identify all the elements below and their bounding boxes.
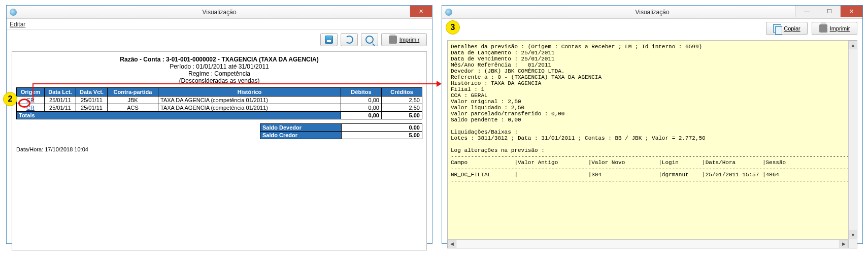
col-historico: Histórico: [158, 88, 341, 97]
maximize-button[interactable]: ☐: [818, 6, 840, 17]
cell-lct: 25/01/11: [45, 97, 76, 104]
saldo-devedor-value: 0,00: [342, 124, 422, 132]
copy-button[interactable]: Copiar: [766, 22, 808, 35]
totals-label: Totais: [17, 112, 341, 119]
ledger-table: Origem Data Lct. Data Vct. Contra-partid…: [16, 87, 422, 119]
cell-hist: TAXA DA AGENCIA (competência 01/2011): [158, 97, 341, 104]
refresh-button[interactable]: [341, 33, 358, 46]
table-row[interactable]: CR 25/01/11 25/01/11 ACS TAXA DA AGENCIA…: [17, 104, 422, 112]
table-row[interactable]: CR 25/01/11 25/01/11 JBK TAXA DA AGENCIA…: [17, 97, 422, 104]
cell-contra: ACS: [108, 104, 158, 112]
footer-datetime: Data/Hora: 17/10/2018 10:04: [16, 146, 422, 152]
app-icon: [10, 9, 17, 16]
arrow-head-icon: [437, 81, 442, 87]
cell-lct: 25/01/11: [45, 104, 76, 112]
totals-cred: 5,00: [382, 112, 422, 119]
print-label: Imprimir: [830, 25, 850, 31]
col-data-vct: Data Vct.: [76, 88, 108, 97]
totals-row: Totais 0,00 5,00: [17, 112, 422, 119]
app-icon: [445, 9, 452, 16]
col-contra: Contra-partida: [108, 88, 158, 97]
origin-link[interactable]: CR: [26, 105, 35, 111]
right-window: Visualização — ☐ ✕ Copiar Imprimir Detal…: [442, 5, 863, 244]
cell-hist: TAXA DA AGENCIA (competência 01/2011): [158, 104, 341, 112]
left-window: Visualização ✕ Editar Imprimir Razão - C…: [6, 5, 432, 244]
scroll-down-button[interactable]: ▼: [849, 231, 857, 239]
titlebar[interactable]: Visualização — ☐ ✕: [442, 6, 862, 19]
window-title: Visualização: [635, 9, 669, 16]
menubar: Editar: [7, 19, 432, 30]
arrow-line: [32, 83, 437, 84]
close-button[interactable]: ✕: [410, 6, 432, 17]
cell-deb: 0,00: [341, 104, 382, 112]
save-icon: [325, 36, 333, 44]
cell-cred: 2,50: [382, 104, 422, 112]
cell-cred: 2,50: [382, 97, 422, 104]
right-toolbar: Copiar Imprimir: [442, 19, 862, 38]
scroll-left-button[interactable]: ◀: [448, 240, 456, 248]
saldo-credor-value: 5,00: [342, 132, 422, 139]
report-period: Período : 01/01/2011 até 31/01/2011: [16, 63, 422, 70]
print-button[interactable]: Imprimir: [381, 33, 427, 46]
saldo-credor-label: Saldo Credor: [260, 132, 342, 139]
col-creditos: Créditos: [382, 88, 422, 97]
table-header-row: Origem Data Lct. Data Vct. Contra-partid…: [17, 88, 422, 97]
toolbar: Imprimir: [7, 30, 432, 49]
scrollbar-track[interactable]: [456, 240, 840, 248]
minimize-button[interactable]: —: [795, 6, 818, 17]
col-origem: Origem: [17, 88, 45, 97]
report-frame: Razão - Conta : 3-01-001-0000002 - TXAGE…: [12, 51, 427, 250]
copy-icon: [773, 24, 781, 33]
zoom-button[interactable]: [361, 33, 378, 46]
copy-label: Copiar: [784, 25, 800, 31]
col-data-lct: Data Lct.: [45, 88, 76, 97]
balance-table: Saldo Devedor 0,00 Saldo Credor 5,00: [260, 123, 422, 139]
scroll-up-button[interactable]: ▲: [849, 41, 857, 49]
refresh-icon: [345, 36, 353, 44]
step-badge-2: 2: [3, 92, 17, 106]
report-title: Razão - Conta : 3-01-001-0000002 - TXAGE…: [16, 56, 422, 63]
horizontal-scrollbar[interactable]: ◀ ▶: [448, 239, 848, 248]
detail-text[interactable]: Detalhes da previsão : (Origem : Contas …: [451, 44, 854, 184]
cell-deb: 0,00: [341, 97, 382, 104]
menu-edit[interactable]: Editar: [10, 21, 25, 28]
saldo-devedor-label: Saldo Devedor: [260, 124, 342, 132]
printer-icon: [389, 36, 397, 44]
window-title: Visualização: [202, 9, 236, 16]
vertical-scrollbar[interactable]: ▲ ▼: [848, 41, 857, 248]
cell-contra: JBK: [108, 97, 158, 104]
report-regime: Regime : Competência: [16, 70, 422, 77]
cell-vct: 25/01/11: [76, 97, 108, 104]
detail-frame: Detalhes da previsão : (Origem : Contas …: [447, 40, 857, 248]
totals-deb: 0,00: [341, 112, 382, 119]
print-button[interactable]: Imprimir: [812, 22, 857, 35]
printer-icon: [819, 24, 827, 33]
titlebar[interactable]: Visualização ✕: [7, 6, 432, 19]
cell-vct: 25/01/11: [76, 104, 108, 112]
zoom-icon: [365, 36, 374, 44]
report-header: Razão - Conta : 3-01-001-0000002 - TXAGE…: [16, 56, 422, 84]
col-debitos: Débitos: [341, 88, 382, 97]
scroll-right-button[interactable]: ▶: [840, 240, 848, 248]
arrow-vertical: [32, 83, 34, 102]
step-badge-3: 3: [446, 20, 460, 35]
close-button[interactable]: ✕: [840, 6, 862, 17]
save-button[interactable]: [320, 33, 338, 46]
print-label: Imprimir: [399, 37, 420, 43]
